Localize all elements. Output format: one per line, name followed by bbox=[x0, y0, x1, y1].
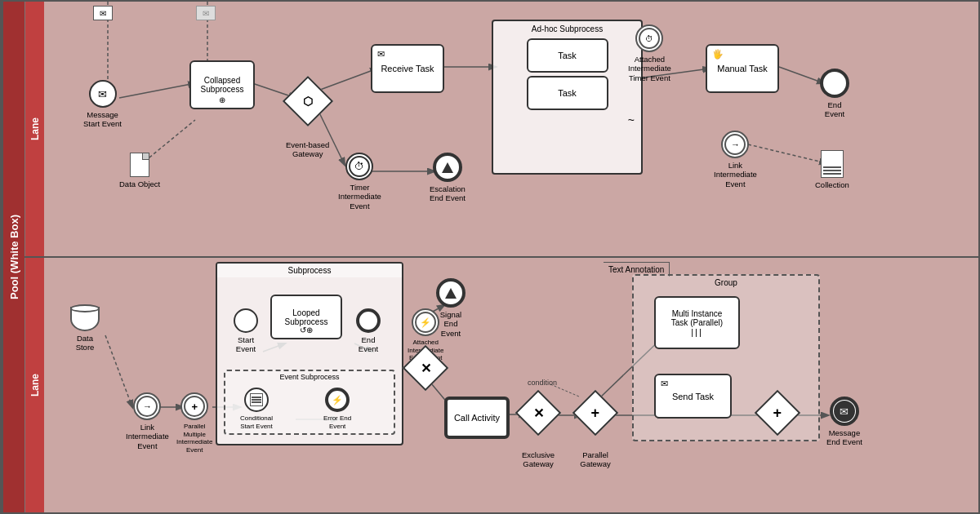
message-end-label: MessageEnd Event bbox=[826, 428, 862, 447]
multi-instance-task: Multi InstanceTask (Parallel) ||| bbox=[654, 296, 740, 349]
data-store-label: DataStore bbox=[76, 334, 95, 352]
end-event-lane1: EndEvent bbox=[820, 69, 849, 119]
data-object-label: Data Object bbox=[119, 179, 160, 188]
start-event-label: StartEvent bbox=[236, 335, 256, 354]
collapsed-subprocess: CollapsedSubprocess ⊕ bbox=[189, 60, 255, 109]
manual-task: 🖐 Manual Task bbox=[706, 44, 779, 93]
condition-label: condition bbox=[528, 379, 557, 387]
link-intermediate-right: → LinkIntermediateEvent bbox=[714, 131, 757, 188]
exclusive-gateway-2-label: ExclusiveGateway bbox=[522, 450, 555, 469]
event-based-gateway-label: Event-basedGateway bbox=[286, 140, 329, 159]
pool-label: Pool (White Box) bbox=[2, 2, 24, 512]
collection: Collection bbox=[815, 150, 849, 189]
adhoc-subprocess: Ad-hoc Subprocess Task Task ~ bbox=[492, 20, 643, 175]
timer-intermediate-event: ⏱ TimerIntermediateEvent bbox=[338, 153, 381, 210]
event-based-gateway: ⬡ Event-basedGateway bbox=[286, 83, 329, 159]
signal-end-label: SignalEndEvent bbox=[440, 310, 461, 338]
data-store: DataStore bbox=[70, 307, 100, 352]
data-object: Data Object bbox=[119, 153, 160, 188]
escalation-end-event: EscalationEnd Event bbox=[430, 153, 466, 203]
end-event-subprocess: EndEvent bbox=[356, 308, 381, 354]
exclusive-gateway-2: ✕ ExclusiveGateway bbox=[522, 397, 555, 469]
svg-line-10 bbox=[779, 67, 824, 83]
exclusive-gateway-3: + bbox=[761, 397, 794, 429]
conditional-start-event: ConditionalStart Event bbox=[240, 388, 273, 430]
lane-2-content: Subprocess StartEvent LoopedSubprocess ↺… bbox=[44, 258, 978, 512]
exclusive-gateway-1: ✕ bbox=[409, 352, 442, 384]
error-end-event: ⚡ Error EndEvent bbox=[323, 388, 351, 430]
conditional-start-label: ConditionalStart Event bbox=[240, 414, 273, 430]
svg-line-2 bbox=[119, 83, 195, 98]
parallel-gateway: + ParallelGateway bbox=[579, 397, 612, 469]
pool-content: Lane bbox=[24, 2, 978, 512]
link-intermediate-lane2: → LinkIntermediateEvent bbox=[126, 392, 169, 450]
error-end-label: Error EndEvent bbox=[323, 414, 351, 430]
lane-1: Lane bbox=[24, 2, 978, 258]
message-start-event-label: MessageStart Event bbox=[83, 110, 122, 129]
event-subprocess-box: Event Subprocess Condition bbox=[224, 370, 395, 435]
timer-intermediate-label: TimerIntermediateEvent bbox=[338, 183, 381, 210]
parallel-multiple-label: ParallelMultipleIntermediateEvent bbox=[176, 423, 212, 454]
message-flow-icon-2: ✉ bbox=[196, 6, 216, 20]
parallel-multiple-event: + ParallelMultipleIntermediateEvent bbox=[176, 392, 212, 454]
link-intermediate-lane2-label: LinkIntermediateEvent bbox=[126, 423, 169, 450]
lane-1-label: Lane bbox=[24, 2, 44, 256]
parallel-gateway-label: ParallelGateway bbox=[580, 450, 611, 469]
escalation-end-label: EscalationEnd Event bbox=[430, 184, 466, 203]
send-task: ✉ Send Task bbox=[654, 374, 732, 419]
attached-timer-label: AttachedIntermediateTimer Event bbox=[628, 55, 671, 82]
end-event-subprocess-label: EndEvent bbox=[359, 335, 378, 354]
message-start-event: ✉ MessageStart Event bbox=[83, 80, 122, 129]
lane2-arrows bbox=[44, 258, 978, 512]
end-event-lane1-label: EndEvent bbox=[825, 100, 844, 119]
collection-label: Collection bbox=[815, 180, 849, 189]
lane-2-label: Lane bbox=[24, 258, 44, 512]
call-activity: Call Activity bbox=[444, 397, 510, 439]
pool-container: Pool (White Box) Lane bbox=[0, 0, 980, 514]
start-event-subprocess: StartEvent bbox=[234, 308, 258, 354]
message-end-event: ✉ MessageEnd Event bbox=[826, 397, 862, 447]
receive-task: ✉ Receive Task bbox=[371, 44, 444, 93]
subprocess-box: Subprocess StartEvent LoopedSubprocess ↺… bbox=[216, 262, 403, 445]
lane-2: Lane bbox=[24, 258, 978, 512]
lane-1-content: ✉ ✉ ✉ MessageStart Event Da bbox=[44, 2, 978, 256]
message-flow-icon-1: ✉ bbox=[93, 6, 113, 20]
attached-timer-event: ⏱ AttachedIntermediateTimer Event bbox=[628, 24, 671, 82]
looped-subprocess: LoopedSubprocess ↺⊕ bbox=[270, 295, 342, 339]
link-intermediate-right-label: LinkIntermediateEvent bbox=[714, 161, 757, 188]
signal-end-event: SignalEndEvent bbox=[436, 278, 466, 338]
